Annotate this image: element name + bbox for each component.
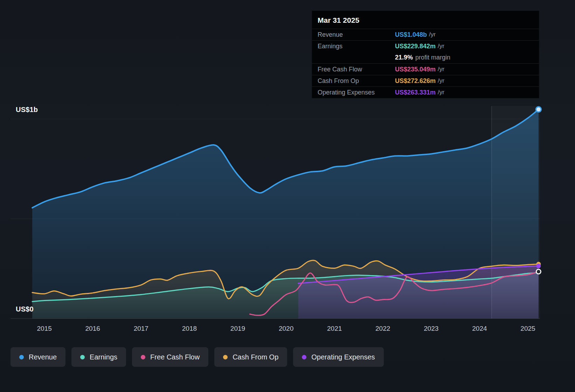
financial-chart-page: { "tooltip": { "date": "Mar 31 2025", "r…: [0, 0, 575, 392]
legend-item-operating-expenses[interactable]: Operating Expenses: [293, 347, 383, 367]
tooltip-row-suffix: /yr: [438, 77, 444, 84]
x-tick-2017: 2017: [134, 325, 148, 332]
profit-margin-text: profit margin: [415, 54, 450, 61]
x-tick-2021: 2021: [327, 325, 342, 332]
tooltip-date: Mar 31 2025: [312, 11, 539, 29]
legend-item-label: Revenue: [29, 353, 57, 361]
legend-item-revenue[interactable]: Revenue: [11, 347, 65, 367]
tooltip-row-suffix: /yr: [438, 89, 444, 96]
x-tick-2022: 2022: [375, 325, 390, 332]
operating-expenses-end-marker: [536, 264, 541, 268]
x-tick-2016: 2016: [85, 325, 100, 332]
tooltip-row-label: Cash From Op: [318, 77, 395, 85]
tooltip-row-revenue: RevenueUS$1.048b/yr: [312, 29, 539, 40]
x-tick-2023: 2023: [424, 325, 438, 332]
operating-expenses-legend-dot-icon: [302, 355, 306, 359]
tooltip-rows: RevenueUS$1.048b/yrEarningsUS$229.842m/y…: [312, 29, 539, 98]
tooltip-row-operating-expenses: Operating ExpensesUS$263.331m/yr: [312, 86, 539, 98]
tooltip-row-cash-from-op: Cash From OpUS$272.626m/yr: [312, 75, 539, 86]
legend-item-label: Earnings: [90, 353, 117, 361]
legend-item-label: Cash From Op: [233, 353, 278, 361]
tooltip-row-free-cash-flow: Free Cash FlowUS$235.049m/yr: [312, 63, 539, 75]
legend-item-label: Free Cash Flow: [150, 353, 200, 361]
tooltip-row-value: US$263.331m: [395, 89, 436, 96]
tooltip-row-label: Free Cash Flow: [318, 66, 395, 73]
tooltip-row-label: Earnings: [318, 43, 395, 50]
legend-item-free-cash-flow[interactable]: Free Cash Flow: [132, 347, 208, 367]
revenue-legend-dot-icon: [19, 355, 24, 359]
x-tick-2025: 2025: [520, 325, 535, 332]
tooltip-row-label: Operating Expenses: [318, 89, 395, 96]
tooltip-row-value: US$1.048b: [395, 31, 427, 38]
chart-tooltip: Mar 31 2025 RevenueUS$1.048b/yrEarningsU…: [312, 10, 539, 98]
cash-from-op-legend-dot-icon: [223, 355, 228, 359]
tooltip-row-label: Revenue: [318, 31, 395, 38]
legend-item-label: Operating Expenses: [311, 353, 375, 361]
tooltip-row-value: US$272.626m: [395, 77, 436, 85]
free-cash-flow-legend-dot-icon: [141, 355, 145, 359]
tooltip-row-value: US$235.049m: [395, 66, 436, 73]
x-tick-2015: 2015: [37, 325, 52, 332]
legend-item-cash-from-op[interactable]: Cash From Op: [214, 347, 287, 367]
x-tick-2018: 2018: [182, 325, 197, 332]
tooltip-row-suffix: /yr: [429, 31, 436, 38]
legend-item-earnings[interactable]: Earnings: [71, 347, 126, 367]
free-cash-flow-end-marker: [536, 270, 541, 274]
tooltip-row-profit-margin: 21.9%profit margin: [312, 52, 539, 63]
y-axis-label-top: US$1b: [16, 106, 38, 114]
profit-margin-value: 21.9%: [395, 54, 413, 61]
revenue-end-marker: [536, 107, 541, 112]
tooltip-row-value: US$229.842m: [395, 43, 436, 50]
x-tick-2024: 2024: [472, 325, 487, 332]
tooltip-row-suffix: /yr: [438, 66, 444, 73]
earnings-legend-dot-icon: [80, 355, 85, 359]
y-axis-label-bottom: US$0: [16, 305, 34, 313]
x-tick-2020: 2020: [279, 325, 293, 332]
tooltip-row-earnings: EarningsUS$229.842m/yr: [312, 40, 539, 52]
chart-legend: RevenueEarningsFree Cash FlowCash From O…: [11, 347, 384, 367]
tooltip-row-suffix: /yr: [438, 43, 444, 50]
x-tick-2019: 2019: [230, 325, 245, 332]
